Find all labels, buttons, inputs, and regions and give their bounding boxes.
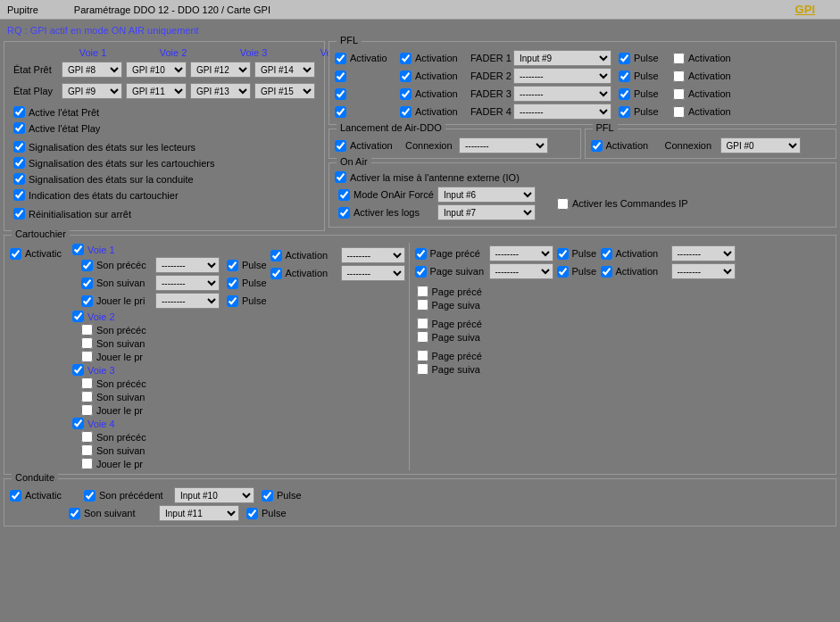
cart-v1-sonsuiv-cb[interactable] [81, 278, 93, 289]
cart-v1-sonprec-sel[interactable]: -------- [155, 257, 220, 273]
cart-v1-jouer-pulse-cb[interactable] [227, 295, 238, 307]
cart-p2-prec-cb[interactable] [417, 286, 428, 297]
cart-v1-sonsuiv-pulse-cb[interactable] [227, 278, 238, 289]
cart-v3-sonprec-cb[interactable] [81, 377, 93, 389]
cart-p1-prec-sel[interactable]: -------- [489, 245, 553, 261]
pfl-cb2-1[interactable] [400, 53, 412, 64]
cart-p1-prec-act-sel[interactable]: -------- [671, 245, 736, 261]
etat-pret-voie1[interactable]: GPI #8 [62, 62, 122, 78]
cart-v1-jouer-cb[interactable] [81, 295, 93, 307]
etat-play-voie2[interactable]: GPI #11 [126, 83, 187, 99]
cart-p1-suiv-pulse-cb[interactable] [557, 266, 569, 278]
active-etat-play-label: Active l'état Play [29, 123, 100, 134]
cart-v3-jouer-cb[interactable] [81, 404, 93, 416]
pfl2-input[interactable]: GPI #0 [720, 137, 801, 153]
pfl-pulse-cb1[interactable] [619, 53, 630, 64]
sig-conduite-cb[interactable] [13, 173, 25, 185]
cart-voie1-cb[interactable] [72, 244, 84, 255]
cart-p2-suiv-cb[interactable] [417, 299, 428, 311]
reinit-arret-cb[interactable] [13, 208, 25, 220]
pfl-cb2-4[interactable] [400, 106, 412, 118]
onair-mode-cb[interactable] [338, 189, 350, 201]
cart-p1-prec-act-cb[interactable] [601, 248, 612, 260]
onair-mode-input[interactable]: Input #6 [437, 187, 536, 203]
active-etat-play-cb[interactable] [13, 122, 25, 134]
cart-v4-sonprec-cb[interactable] [81, 431, 93, 443]
pfl-input3[interactable]: -------- [513, 86, 611, 102]
onair-logs-input[interactable]: Input #7 [437, 204, 536, 220]
onair-commandes-cb[interactable] [557, 198, 569, 210]
conduite-pulse2-cb[interactable] [246, 508, 258, 519]
pfl-act-cb2[interactable] [673, 70, 685, 82]
cart-voie2-cb[interactable] [72, 311, 84, 322]
pfl-input1[interactable]: Input #9 [513, 50, 611, 66]
pfl-act-cb3[interactable] [673, 88, 685, 100]
launch-cb1[interactable] [335, 140, 346, 152]
cart-v4-sonsuiv-cb[interactable] [81, 444, 93, 456]
conduite-input1[interactable]: Input #10 [174, 487, 254, 503]
launch-input[interactable]: -------- [459, 137, 548, 153]
cart-p1-prec-pulse-cb[interactable] [557, 248, 569, 260]
pfl-pulse-cb4[interactable] [619, 106, 630, 118]
etat-play-voie3[interactable]: GPI #13 [190, 83, 251, 99]
conduite-son-suiv-cb[interactable] [69, 508, 80, 519]
pfl-input2[interactable]: -------- [513, 68, 611, 84]
pfl2-cb1[interactable] [591, 140, 603, 152]
sig-cartouchiers-cb[interactable] [13, 157, 25, 169]
etat-play-voie4[interactable]: GPI #15 [254, 83, 315, 99]
pfl-pulse-cb3[interactable] [619, 88, 630, 100]
conduite-son-prec-cb[interactable] [84, 490, 96, 502]
cart-activatic-cb[interactable] [10, 248, 21, 260]
pfl-cb2-3[interactable] [400, 88, 412, 100]
cart-voie3-cb[interactable] [72, 364, 84, 376]
cart-v2-jouer-cb[interactable] [81, 351, 93, 362]
cart-v2-sonprec-cb[interactable] [81, 324, 93, 336]
conduite-input2[interactable]: Input #11 [159, 505, 239, 521]
pfl-act-cb4[interactable] [673, 106, 685, 118]
cart-v4-jouer-cb[interactable] [81, 458, 93, 469]
sig-lecteurs-cb[interactable] [13, 141, 25, 153]
pfl-cb1-4[interactable] [335, 106, 346, 118]
main-content: RQ : GPI actif en mode ON AIR uniquement… [0, 20, 840, 530]
onair-activer-cb[interactable] [335, 171, 346, 183]
onair-logs-cb[interactable] [338, 207, 350, 219]
pfl-cb1-2[interactable] [335, 70, 346, 82]
conduite-cb1[interactable] [10, 490, 21, 502]
cart-v2-sonsuiv-cb[interactable] [81, 337, 93, 349]
cart-voie1-son-suiv: Son suivan -------- Pulse [79, 274, 269, 292]
etat-play-voie1[interactable]: GPI #9 [62, 83, 122, 99]
cart-mid-cb1[interactable] [270, 250, 282, 261]
cart-v1-sonprec-pulse-cb[interactable] [227, 260, 238, 271]
cart-voie4-cb[interactable] [72, 418, 84, 429]
cart-mid-sel1[interactable]: -------- [341, 247, 405, 263]
pfl-act-cb1[interactable] [673, 53, 685, 64]
pfl-input4[interactable]: -------- [513, 104, 611, 120]
pfl-pulse-cb2[interactable] [619, 70, 630, 82]
cart-v1-sonprec-cb[interactable] [81, 260, 93, 271]
cart-v1-jouer-sel[interactable]: -------- [155, 293, 220, 309]
pfl-cb2-2[interactable] [400, 70, 412, 82]
cart-v3-sonsuiv-cb[interactable] [81, 391, 93, 402]
cart-mid-sel2[interactable]: -------- [341, 265, 405, 281]
etat-pret-voie4[interactable]: GPI #14 [254, 62, 315, 78]
active-etat-pret-cb[interactable] [13, 106, 25, 118]
etat-pret-voie3[interactable]: GPI #12 [190, 62, 251, 78]
cart-mid-cb2[interactable] [270, 268, 282, 279]
cart-p1-suiv-act-cb[interactable] [601, 266, 612, 278]
cart-p1-suiv-act-sel[interactable]: -------- [671, 263, 736, 279]
cart-p4-suiv-cb[interactable] [417, 363, 428, 375]
conduite-activatic-label: Activatic [25, 490, 71, 501]
cart-p3-suiv-cb[interactable] [417, 331, 428, 343]
pfl-cb1-3[interactable] [335, 88, 346, 100]
cart-p4-prec-cb[interactable] [417, 350, 428, 361]
cart-p1-suiv-cb[interactable] [415, 266, 427, 278]
onair-label: On Air [337, 156, 371, 167]
cart-p1-suiv-sel[interactable]: -------- [489, 263, 553, 279]
pfl-cb1-1[interactable] [335, 53, 346, 64]
cart-p3-prec-cb[interactable] [417, 318, 428, 329]
conduite-pulse1-cb[interactable] [262, 490, 273, 502]
etat-pret-voie2[interactable]: GPI #10 [126, 62, 187, 78]
cart-v1-sonsuiv-sel[interactable]: -------- [155, 275, 220, 291]
cart-p1-prec-cb[interactable] [415, 248, 427, 260]
ind-etats-cb[interactable] [13, 189, 25, 201]
